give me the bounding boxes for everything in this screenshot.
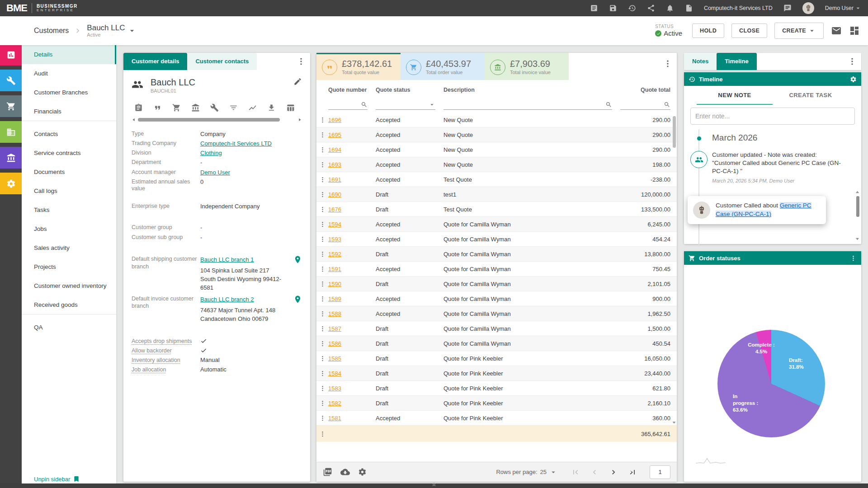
quote-row[interactable]: 1583 Draft Quote for Pink Keebler 621.80 <box>316 381 677 396</box>
toolbar-scrollbar[interactable] <box>132 117 302 122</box>
previous-page-icon[interactable] <box>590 468 599 477</box>
field-value[interactable]: Demo User <box>200 169 230 176</box>
invoice-branch-link[interactable]: Bauch LLC branch 2 <box>200 296 254 303</box>
tab-create-task[interactable]: CREATE TASK <box>773 86 849 105</box>
map-pin-icon[interactable] <box>293 295 302 304</box>
close-button[interactable]: CLOSE <box>731 23 767 38</box>
table-scrollbar[interactable] <box>672 113 676 426</box>
right-panel-menu-icon[interactable] <box>848 57 857 66</box>
map-pin-icon[interactable] <box>293 255 302 264</box>
widget-menu-icon[interactable] <box>850 255 857 262</box>
export-pdf-icon[interactable] <box>323 467 332 477</box>
row-menu-icon[interactable] <box>319 191 326 198</box>
quote-number-link[interactable]: 1583 <box>328 385 376 392</box>
row-menu-icon[interactable] <box>319 251 326 258</box>
quote-row[interactable]: 1593 Accepted Quote for Camilla Wyman 45… <box>316 232 677 247</box>
row-menu-icon[interactable] <box>319 400 326 407</box>
expand-dock-icon[interactable] <box>428 481 440 488</box>
sidebar-item[interactable]: Customer Branches <box>22 83 116 102</box>
quote-number-link[interactable]: 1587 <box>328 325 376 332</box>
table-settings-icon[interactable] <box>358 468 367 476</box>
share-icon[interactable] <box>647 4 655 12</box>
quotes-panel-menu-icon[interactable] <box>663 59 672 68</box>
row-menu-icon[interactable] <box>319 415 326 422</box>
quote-number-link[interactable]: 1588 <box>328 310 376 317</box>
row-menu-icon[interactable] <box>319 281 326 287</box>
quote-number-link[interactable]: 1690 <box>328 191 376 198</box>
email-icon[interactable] <box>831 25 842 36</box>
row-menu-icon[interactable] <box>319 355 326 362</box>
quote-number-link[interactable]: 1585 <box>328 355 376 362</box>
note-input[interactable] <box>690 108 855 125</box>
quote-number-link[interactable]: 1581 <box>328 415 376 422</box>
quote-row[interactable]: 1589 Accepted Quote for Camilla Wyman 90… <box>316 291 677 306</box>
chevron-down-icon[interactable] <box>549 468 557 476</box>
rail-company-icon[interactable] <box>0 121 22 143</box>
quote-number-link[interactable]: 1695 <box>328 131 376 138</box>
rail-reports-icon[interactable] <box>0 44 22 66</box>
quote-row[interactable]: 1594 Accepted Quote for Camilla Wyman 6,… <box>316 217 677 232</box>
sidebar-item[interactable]: Tasks <box>22 201 116 220</box>
quote-row[interactable]: 1676 Draft Test Quote 133,500.00 <box>316 202 677 217</box>
total-order-value-card[interactable]: £40,453.97 Total order value <box>401 53 485 80</box>
rail-settings-icon[interactable] <box>0 173 22 194</box>
sidebar-item[interactable]: Financials <box>22 102 116 121</box>
quote-number-link[interactable]: 1591 <box>328 266 376 272</box>
tab-notes[interactable]: Notes <box>684 53 717 70</box>
last-page-icon[interactable] <box>628 468 637 477</box>
field-value[interactable]: Clothing <box>200 150 222 157</box>
entity-dropdown-icon[interactable] <box>127 26 137 35</box>
row-menu-icon[interactable] <box>319 131 326 138</box>
notifications-bell-icon[interactable] <box>666 4 674 12</box>
row-menu-icon[interactable] <box>319 325 326 332</box>
save-icon[interactable] <box>609 4 617 12</box>
quote-status-filter[interactable] <box>376 98 435 110</box>
quote-number-link[interactable]: 1582 <box>328 400 376 407</box>
field-value[interactable]: Computech-it Services LTD <box>200 140 272 147</box>
row-menu-icon[interactable] <box>319 431 326 437</box>
scroll-left-icon[interactable] <box>132 117 136 122</box>
clipboard-icon[interactable] <box>134 103 143 112</box>
cloud-download-icon[interactable] <box>340 467 350 477</box>
col-description[interactable]: Description <box>443 87 620 93</box>
quote-row[interactable]: 1584 Draft Quote for Pink Keebler 23,440… <box>316 366 677 381</box>
row-menu-icon[interactable] <box>319 221 326 228</box>
quote-row[interactable]: 1591 Accepted Quote for Camilla Wyman 75… <box>316 262 677 277</box>
user-avatar[interactable] <box>802 2 814 14</box>
total-quote-value-card[interactable]: £378,142.61 Total quote value <box>316 53 401 80</box>
quote-total-filter[interactable] <box>620 98 670 110</box>
col-quote-status[interactable]: Quote status <box>376 87 443 93</box>
quote-number-filter[interactable] <box>328 98 368 110</box>
description-filter-input[interactable] <box>443 103 605 109</box>
sidebar-item[interactable]: Customer owned inventory <box>22 277 116 296</box>
row-menu-icon[interactable] <box>319 206 326 213</box>
quote-row[interactable]: 1695 Accepted New Quote 290.00 <box>316 127 677 142</box>
edit-customer-icon[interactable] <box>293 77 302 86</box>
sidebar-item[interactable]: Documents <box>22 163 116 182</box>
row-menu-icon[interactable] <box>319 236 326 243</box>
rail-sales-icon[interactable] <box>0 95 22 117</box>
shipping-branch-link[interactable]: Bauch LLC branch 1 <box>200 256 254 263</box>
quote-row[interactable]: 1590 Draft Quote for Camilla Wyman 2,101… <box>316 277 677 291</box>
quote-row[interactable]: 1691 Accepted Test Quote -238.00 <box>316 172 677 187</box>
cart-icon[interactable] <box>172 103 181 112</box>
quote-number-link[interactable]: 1592 <box>328 251 376 258</box>
flag-label[interactable]: Allow backorder <box>132 347 200 354</box>
quote-row[interactable]: 1581 Accepted Quote for Pink Keebler 360… <box>316 411 677 426</box>
row-menu-icon[interactable] <box>319 370 326 377</box>
quote-number-link[interactable]: 1676 <box>328 206 376 213</box>
quote-number-link[interactable]: 1693 <box>328 161 376 168</box>
quote-row[interactable]: 1693 Accepted New Quote 198.00 <box>316 157 677 172</box>
document-icon[interactable] <box>685 4 693 12</box>
quote-row[interactable]: 1592 Draft Quote for Camilla Wyman 13,80… <box>316 247 677 262</box>
quote-total-filter-input[interactable] <box>620 103 664 109</box>
app-logo[interactable]: BME BUSINESSMGR ENTERPRISE <box>6 2 78 14</box>
sidebar-item[interactable]: Audit <box>22 64 116 83</box>
sidebar-item[interactable]: Contacts <box>22 125 116 144</box>
quote-row[interactable]: 1587 Draft Quote for Camilla Wyman 1,500… <box>316 321 677 336</box>
rail-service-icon[interactable] <box>0 70 22 91</box>
row-menu-icon[interactable] <box>319 310 326 317</box>
scrollbar-thumb[interactable] <box>138 118 280 122</box>
quote-status-filter-select[interactable] <box>376 103 429 109</box>
quote-number-link[interactable]: 1584 <box>328 370 376 377</box>
